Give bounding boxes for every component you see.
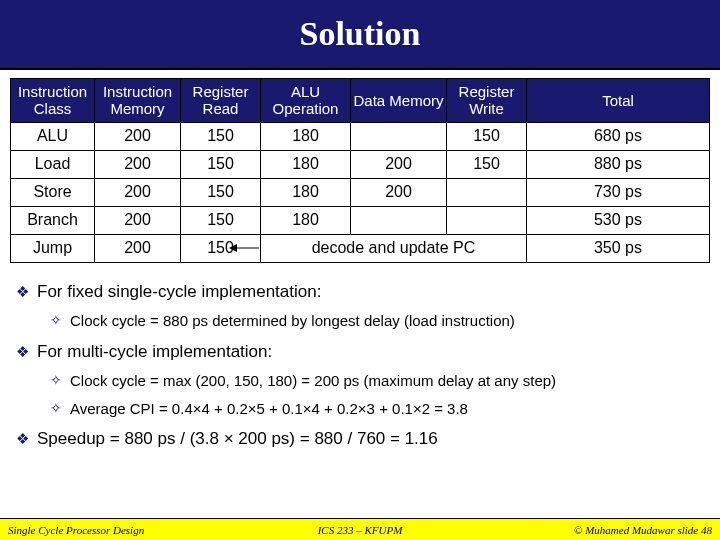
cell: 200 bbox=[351, 178, 447, 206]
cell: 150 bbox=[447, 122, 527, 150]
table-row: Load 200 150 180 200 150 880 ps bbox=[11, 150, 710, 178]
cell: ALU bbox=[11, 122, 95, 150]
cell: 680 ps bbox=[527, 122, 710, 150]
title-band: Solution bbox=[0, 0, 720, 70]
diamond-small-icon: ✧ bbox=[50, 311, 62, 331]
diamond-icon: ❖ bbox=[16, 428, 29, 451]
bullet-text: Average CPI = 0.4×4 + 0.2×5 + 0.1×4 + 0.… bbox=[70, 399, 468, 419]
col-header: Total bbox=[527, 79, 710, 123]
cell: 350 ps bbox=[527, 234, 710, 262]
cell: 180 bbox=[261, 122, 351, 150]
cell bbox=[351, 206, 447, 234]
cell: Load bbox=[11, 150, 95, 178]
slide-footer: Single Cycle Processor Design ICS 233 – … bbox=[0, 518, 720, 540]
diamond-small-icon: ✧ bbox=[50, 371, 62, 391]
cell: 530 ps bbox=[527, 206, 710, 234]
bullet-lvl2: ✧ Clock cycle = max (200, 150, 180) = 20… bbox=[50, 371, 704, 391]
cell: 200 bbox=[95, 206, 181, 234]
bullet-lvl1: ❖ For fixed single-cycle implementation: bbox=[16, 281, 704, 304]
diamond-icon: ❖ bbox=[16, 341, 29, 364]
cell: 150 bbox=[181, 150, 261, 178]
cell: 150 bbox=[447, 150, 527, 178]
col-header: Data Memory bbox=[351, 79, 447, 123]
table-header-row: Instruction Class Instruction Memory Reg… bbox=[11, 79, 710, 123]
decode-text: decode and update PC bbox=[312, 239, 476, 256]
col-header: Instruction Memory bbox=[95, 79, 181, 123]
cell: 200 bbox=[95, 122, 181, 150]
footer-center: ICS 233 – KFUPM bbox=[318, 524, 403, 536]
bullet-text: Clock cycle = 880 ps determined by longe… bbox=[70, 311, 515, 331]
table-row: Store 200 150 180 200 730 ps bbox=[11, 178, 710, 206]
cell: Branch bbox=[11, 206, 95, 234]
arrow-icon bbox=[229, 242, 259, 254]
footer-left: Single Cycle Processor Design bbox=[8, 524, 144, 536]
bullet-lvl2: ✧ Average CPI = 0.4×4 + 0.2×5 + 0.1×4 + … bbox=[50, 399, 704, 419]
diamond-icon: ❖ bbox=[16, 281, 29, 304]
footer-right: © Muhamed Mudawar slide 48 bbox=[574, 524, 712, 536]
col-header: Register Write bbox=[447, 79, 527, 123]
col-header: ALU Operation bbox=[261, 79, 351, 123]
cell: Jump bbox=[11, 234, 95, 262]
bullet-text: For multi-cycle implementation: bbox=[37, 341, 272, 364]
bullet-lvl1: ❖ Speedup = 880 ps / (3.8 × 200 ps) = 88… bbox=[16, 428, 704, 451]
cell: 880 ps bbox=[527, 150, 710, 178]
svg-marker-1 bbox=[229, 244, 237, 252]
table-container: Instruction Class Instruction Memory Reg… bbox=[0, 70, 720, 267]
bullet-text: For fixed single-cycle implementation: bbox=[37, 281, 321, 304]
cell: 180 bbox=[261, 206, 351, 234]
cell: 180 bbox=[261, 150, 351, 178]
cell bbox=[447, 206, 527, 234]
timing-table: Instruction Class Instruction Memory Reg… bbox=[10, 78, 710, 263]
bullet-lvl2: ✧ Clock cycle = 880 ps determined by lon… bbox=[50, 311, 704, 331]
cell: 150 bbox=[181, 122, 261, 150]
cell: 200 bbox=[351, 150, 447, 178]
body-content: ❖ For fixed single-cycle implementation:… bbox=[0, 267, 720, 451]
diamond-small-icon: ✧ bbox=[50, 399, 62, 419]
cell: 200 bbox=[95, 178, 181, 206]
table-row: ALU 200 150 180 150 680 ps bbox=[11, 122, 710, 150]
bullet-text: Clock cycle = max (200, 150, 180) = 200 … bbox=[70, 371, 556, 391]
bullet-lvl1: ❖ For multi-cycle implementation: bbox=[16, 341, 704, 364]
cell bbox=[351, 122, 447, 150]
cell: 200 bbox=[95, 150, 181, 178]
table-row: Jump 200 150 decode and update PC 350 ps bbox=[11, 234, 710, 262]
decode-cell: decode and update PC bbox=[261, 234, 527, 262]
col-header: Register Read bbox=[181, 79, 261, 123]
cell: 180 bbox=[261, 178, 351, 206]
cell: Store bbox=[11, 178, 95, 206]
cell: 150 bbox=[181, 178, 261, 206]
cell: 200 bbox=[95, 234, 181, 262]
cell bbox=[447, 178, 527, 206]
col-header: Instruction Class bbox=[11, 79, 95, 123]
table-row: Branch 200 150 180 530 ps bbox=[11, 206, 710, 234]
cell: 730 ps bbox=[527, 178, 710, 206]
bullet-text: Speedup = 880 ps / (3.8 × 200 ps) = 880 … bbox=[37, 428, 438, 451]
cell: 150 bbox=[181, 206, 261, 234]
slide-title: Solution bbox=[300, 15, 421, 53]
